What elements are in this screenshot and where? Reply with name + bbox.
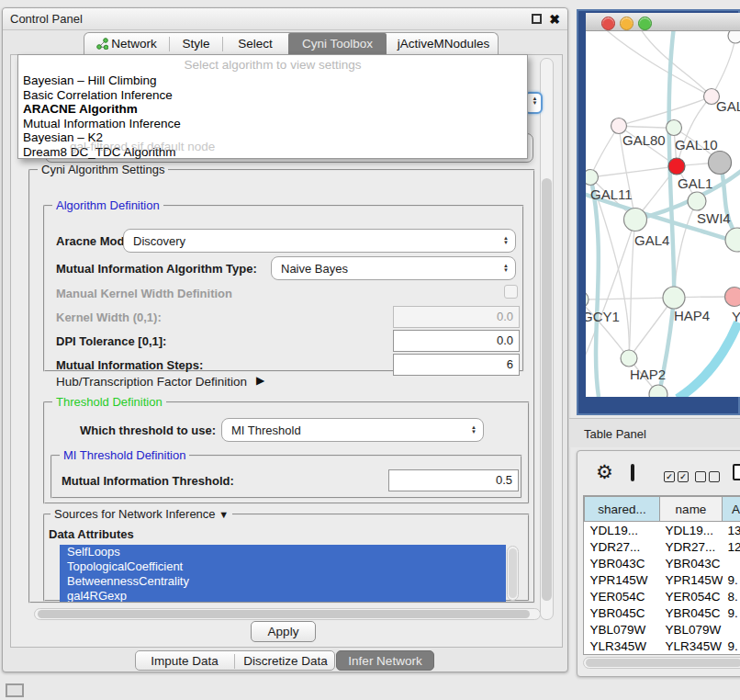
node-gal1[interactable]	[668, 158, 685, 175]
expand-arrow-right-icon[interactable]: ▶	[256, 374, 264, 387]
which-threshold-combo[interactable]: MI Threshold ▲▼	[221, 418, 484, 442]
node-label: Y	[732, 309, 740, 324]
tab-infer-network[interactable]: Infer Network	[336, 650, 434, 671]
mi-algorithm-type-combo[interactable]: Naive Bayes ▲▼	[271, 256, 516, 280]
collapsed-panel-icon[interactable]	[6, 683, 24, 697]
node-hap2[interactable]	[621, 350, 637, 367]
tab-cyni-toolbox[interactable]: Cyni Toolbox	[288, 33, 387, 55]
column-header-name[interactable]: name	[660, 497, 723, 522]
table-toolbar: ⚙ ✓✓	[581, 458, 740, 491]
dropdown-item[interactable]: Bayesian – Hill Climbing	[18, 73, 527, 88]
attributes-list-scrollbar[interactable]	[507, 546, 519, 601]
node-label: GAL11	[590, 186, 633, 202]
table-row[interactable]: YLR345WYLR345W9.	[585, 638, 740, 654]
table-row[interactable]: YDR27...YDR27...12	[585, 538, 740, 555]
bottom-tabstrip: Impute Data Discretize Data	[135, 650, 335, 671]
list-item[interactable]: SelfLoops	[60, 545, 506, 559]
mi-threshold-label: Mutual Information Threshold:	[62, 474, 234, 488]
manual-kernel-label: Manual Kernel Width Definition	[56, 287, 232, 300]
window-close-button[interactable]	[601, 17, 615, 30]
window-zoom-button[interactable]	[638, 17, 652, 30]
node-gal10[interactable]	[667, 120, 682, 136]
node-label: HAP4	[674, 308, 710, 323]
dpi-tolerance-field[interactable]: 0.0	[393, 330, 520, 352]
table-row[interactable]: YPR145WYPR145W9.	[585, 571, 740, 588]
hub-section-label[interactable]: Hub/Transcription Factor Definition	[56, 375, 247, 389]
network-canvas[interactable]: GAL80 GAL10 GAL1 GAL11 SWI4 GAL4 GCY1 HA…	[586, 31, 740, 397]
tab-style[interactable]: Style	[170, 33, 222, 55]
node-swi4[interactable]	[688, 192, 706, 210]
mi-threshold-field[interactable]: 0.5	[388, 469, 519, 491]
node-label: GCY1	[586, 309, 620, 324]
network-combo-ghost-value: gal-filtered.sif default node	[70, 140, 215, 153]
list-item[interactable]: gal4RGexp	[60, 589, 506, 602]
table-header-row: shared... name A	[585, 497, 740, 522]
data-attributes-list: SelfLoops TopologicalCoefficient Between…	[60, 545, 506, 602]
node-gal80[interactable]	[611, 119, 627, 134]
table-row[interactable]: YER054CYER054C8.	[585, 588, 740, 604]
settings-group-title: Cyni Algorithm Settings	[38, 163, 168, 176]
control-panel-tabstrip: Network Style Select Cyni Toolbox jActiv…	[84, 32, 499, 54]
tab-network-label: Network	[111, 37, 157, 51]
chevron-updown-icon: ▲▼	[471, 425, 483, 435]
aracne-mode-combo[interactable]: Discovery ▲▼	[123, 229, 516, 253]
node-right-large[interactable]	[725, 228, 740, 252]
dropdown-item-aracne[interactable]: ARACNE Algorithm	[18, 102, 527, 117]
network-view-window[interactable]: GAL80 GAL10 GAL1 GAL11 SWI4 GAL4 GCY1 HA…	[577, 9, 740, 415]
node-table: shared... name A YDL19...YDL19...13 YDR2…	[583, 495, 740, 655]
settings-horizontal-scrollbar[interactable]	[34, 608, 541, 620]
chevron-updown-icon: ▲▼	[503, 264, 515, 273]
gear-icon[interactable]: ⚙	[596, 461, 613, 483]
column-header-shared[interactable]: shared...	[585, 497, 660, 522]
table-row[interactable]: YBR043CYBR043C	[585, 555, 740, 571]
list-item[interactable]: BetweennessCentrality	[60, 574, 506, 589]
mi-algorithm-type-label: Mutual Information Algorithm Type:	[56, 262, 257, 276]
chevron-updown-icon: ▲▼	[503, 236, 515, 245]
split-columns-icon[interactable]	[631, 464, 634, 481]
node-label: GAL	[716, 98, 740, 114]
node-gcy1[interactable]	[586, 291, 589, 308]
table-row[interactable]: YBL079WYBL079W	[585, 621, 740, 638]
document-icon[interactable]	[733, 464, 740, 480]
which-threshold-value: MI Threshold	[231, 423, 471, 437]
checked-columns-icon[interactable]: ✓✓	[664, 469, 689, 482]
tab-discretize-data[interactable]: Discretize Data	[235, 651, 336, 672]
table-row[interactable]: YDL19...YDL19...13	[585, 522, 740, 539]
table-row[interactable]: YIL052CYIL052C9	[585, 654, 740, 655]
close-panel-icon[interactable]: ✖	[549, 13, 560, 26]
unchecked-columns-icon[interactable]	[695, 469, 720, 482]
dropdown-item[interactable]: Basic Correlation Inference	[18, 88, 527, 103]
tab-impute-data[interactable]: Impute Data	[136, 651, 233, 672]
table-horizontal-scrollbar[interactable]	[583, 657, 740, 669]
kernel-width-field[interactable]: 0.0	[393, 306, 520, 328]
window-minimize-button[interactable]	[620, 17, 633, 30]
node-hap4[interactable]	[663, 287, 685, 309]
mi-steps-field[interactable]: 6	[393, 354, 520, 376]
node-salmon[interactable]	[725, 288, 740, 307]
column-header-partial[interactable]: A	[723, 497, 740, 522]
manual-kernel-checkbox[interactable]	[504, 285, 518, 299]
node-unlabeled[interactable]	[728, 31, 740, 43]
node-gray[interactable]	[709, 152, 732, 175]
float-window-icon[interactable]	[532, 14, 542, 24]
node-label: GAL10	[675, 137, 718, 152]
node-label: GAL80	[622, 132, 666, 148]
mi-threshold-group-title: MI Threshold Definition	[60, 448, 189, 462]
table-panel-title: Table Panel	[584, 427, 646, 441]
chevron-updown-icon: ▲▼	[526, 94, 541, 106]
network-view-inner: GAL80 GAL10 GAL1 GAL11 SWI4 GAL4 GCY1 HA…	[586, 13, 740, 397]
tab-jactivemnodules[interactable]: jActiveMNodules	[387, 33, 499, 55]
apply-button[interactable]: Apply	[251, 621, 316, 642]
table-row[interactable]: YBR045CYBR045C9.	[585, 604, 740, 621]
tab-network[interactable]: Network	[84, 33, 169, 55]
collapse-arrow-down-icon[interactable]: ▼	[219, 509, 229, 520]
tab-select[interactable]: Select	[223, 33, 287, 55]
control-panel-titlebar[interactable]: Control Panel ✖	[3, 8, 567, 30]
network-window-titlebar[interactable]	[586, 13, 740, 31]
node-gal11[interactable]	[586, 170, 599, 186]
list-item[interactable]: TopologicalCoefficient	[60, 559, 506, 574]
settings-vertical-scrollbar[interactable]	[540, 58, 554, 620]
node-gal4[interactable]	[624, 209, 647, 231]
dropdown-item[interactable]: Mutual Information Inference	[18, 117, 527, 131]
dropdown-placeholder: Select algorithm to view settings	[18, 55, 527, 73]
